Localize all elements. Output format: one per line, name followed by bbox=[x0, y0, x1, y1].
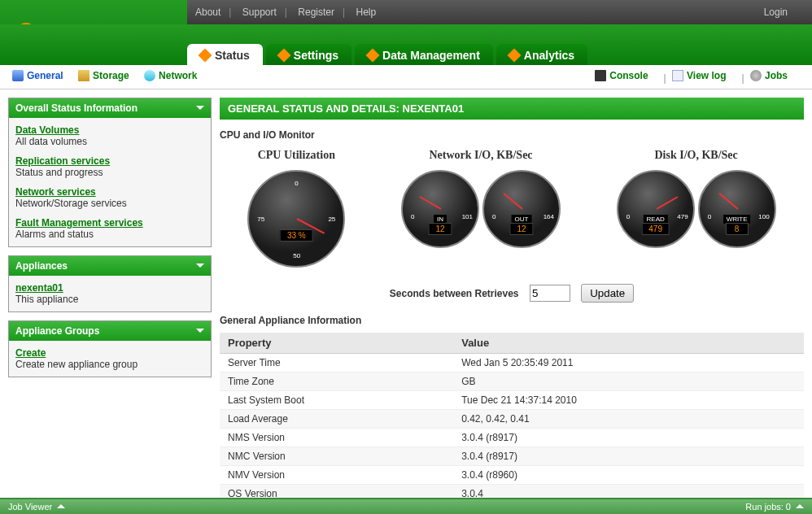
gauge-network-group: Network I/O, KB/Sec 0 101 IN 12 0 164 OU… bbox=[401, 149, 561, 268]
gauge-tick: 100 bbox=[758, 213, 769, 220]
link-data-volumes[interactable]: Data Volumes bbox=[15, 124, 204, 136]
topnav-login[interactable]: Login bbox=[756, 7, 796, 18]
console-icon bbox=[595, 70, 606, 81]
cell-property: NMV Version bbox=[220, 466, 453, 485]
gauge-needle bbox=[503, 193, 522, 210]
gauge-value: 12 bbox=[428, 223, 452, 235]
cell-value: GB bbox=[453, 372, 804, 391]
gauges: CPU Utilization 0 25 50 75 33 % Network … bbox=[220, 149, 804, 268]
subnav-label: General bbox=[27, 70, 63, 81]
cell-property: NMC Version bbox=[220, 447, 453, 466]
tab-label: Analytics bbox=[524, 49, 574, 62]
panel-body: CreateCreate new appliance group bbox=[9, 341, 211, 377]
panel-header[interactable]: Appliances bbox=[9, 256, 211, 276]
footer-bar: Job Viewer Run jobs: 0 bbox=[0, 498, 812, 512]
gauge-tick: 0 bbox=[708, 213, 711, 220]
subnav-jobs[interactable]: Jobs bbox=[750, 70, 788, 81]
gauge-tick: 0 bbox=[492, 213, 495, 220]
tab-status[interactable]: Status bbox=[187, 44, 263, 65]
triangle-up-icon[interactable] bbox=[57, 500, 65, 508]
tab-settings[interactable]: Settings bbox=[266, 44, 351, 65]
storage-icon bbox=[78, 70, 89, 81]
cell-value: 0.42, 0.42, 0.41 bbox=[453, 410, 804, 429]
panel-title: Appliance Groups bbox=[15, 325, 99, 337]
content: GENERAL STATUS AND DETAILS: NEXENTA01 CP… bbox=[220, 98, 804, 503]
subnav-viewlog[interactable]: View log bbox=[672, 70, 726, 81]
gauge-tick: 50 bbox=[293, 252, 300, 259]
diamond-icon bbox=[277, 49, 290, 63]
topnav-about[interactable]: About bbox=[187, 7, 229, 18]
topnav-register[interactable]: Register bbox=[290, 7, 343, 18]
chevron-down-icon bbox=[196, 264, 204, 272]
update-button[interactable]: Update bbox=[581, 284, 634, 303]
subnav-console[interactable]: Console bbox=[595, 70, 648, 81]
table-row: NMC Version3.0.4 (r8917) bbox=[220, 447, 804, 466]
gauge-disk-write: 0 100 WRITE 8 bbox=[698, 170, 776, 248]
gauge-value: 33 % bbox=[280, 229, 313, 242]
cell-value: 3.0.4 (r8960) bbox=[453, 466, 804, 485]
gear-icon bbox=[750, 70, 762, 81]
subnav-label: Network bbox=[159, 70, 197, 81]
subnav-label: View log bbox=[687, 70, 726, 81]
gauge-title: Network I/O, KB/Sec bbox=[401, 149, 561, 162]
job-viewer-label[interactable]: Job Viewer bbox=[8, 502, 52, 512]
link-desc: All data volumes bbox=[15, 136, 204, 147]
log-icon bbox=[672, 70, 683, 81]
network-icon bbox=[144, 70, 155, 81]
link-desc: Alarms and status bbox=[15, 229, 204, 240]
panel-header[interactable]: Overall Status Information bbox=[9, 98, 211, 118]
tab-analytics[interactable]: Analytics bbox=[496, 44, 587, 65]
diamond-icon bbox=[199, 49, 212, 63]
cell-property: Load Average bbox=[220, 410, 453, 429]
link-replication[interactable]: Replication services bbox=[15, 155, 204, 167]
gauge-net-in: 0 101 IN 12 bbox=[401, 170, 479, 248]
table-row: Load Average0.42, 0.42, 0.41 bbox=[220, 410, 804, 429]
retrieve-controls: Seconds between Retrieves Update bbox=[220, 284, 804, 303]
cell-value: 3.0.4 (r8917) bbox=[453, 447, 804, 466]
gauge-needle bbox=[420, 196, 442, 210]
topnav-support[interactable]: Support bbox=[234, 7, 285, 18]
sidebar: Overall Status Information Data VolumesA… bbox=[8, 98, 212, 386]
link-fault-management[interactable]: Fault Management services bbox=[15, 217, 204, 229]
tab-data-management[interactable]: Data Management bbox=[355, 44, 493, 65]
link-network-services[interactable]: Network services bbox=[15, 186, 204, 198]
subnav-label: Console bbox=[609, 70, 648, 81]
triangle-up-icon[interactable] bbox=[796, 500, 804, 508]
gauge-tick: 0 bbox=[411, 213, 414, 220]
panel-header[interactable]: Appliance Groups bbox=[9, 321, 211, 341]
topnav-help[interactable]: Help bbox=[347, 7, 384, 18]
link-desc: Network/Storage services bbox=[15, 198, 204, 209]
retrieve-label: Seconds between Retrieves bbox=[390, 288, 519, 299]
gauge-value: 12 bbox=[509, 223, 533, 235]
link-appliance[interactable]: nexenta01 bbox=[15, 282, 204, 294]
appliance-info-table: Property Value Server TimeWed Jan 5 20:3… bbox=[220, 333, 804, 503]
tab-label: Settings bbox=[294, 49, 338, 62]
gauge-cpu-group: CPU Utilization 0 25 50 75 33 % bbox=[247, 149, 345, 268]
subnav-network[interactable]: Network bbox=[144, 70, 197, 81]
subnav-general[interactable]: General bbox=[12, 70, 63, 81]
diamond-icon bbox=[507, 49, 521, 63]
link-create-group[interactable]: Create bbox=[15, 347, 204, 359]
monitor-title: CPU and I/O Monitor bbox=[220, 129, 804, 141]
cell-property: Last System Boot bbox=[220, 391, 453, 410]
cell-property: Server Time bbox=[220, 354, 453, 372]
col-value: Value bbox=[453, 333, 804, 354]
chevron-down-icon bbox=[196, 106, 204, 114]
retrieve-seconds-input[interactable] bbox=[530, 285, 570, 302]
gauge-disk-read: 0 479 READ 479 bbox=[617, 170, 695, 248]
subnav-label: Jobs bbox=[765, 70, 788, 81]
monitor-icon bbox=[12, 70, 24, 81]
subnav-label: Storage bbox=[93, 70, 129, 81]
col-property: Property bbox=[220, 333, 453, 354]
gauge-needle bbox=[718, 193, 738, 210]
link-desc: This appliance bbox=[15, 294, 204, 305]
content-title: GENERAL STATUS AND DETAILS: NEXENTA01 bbox=[220, 98, 804, 120]
subnav-storage[interactable]: Storage bbox=[78, 70, 129, 81]
cell-property: Time Zone bbox=[220, 372, 453, 391]
panel-body: Data VolumesAll data volumes Replication… bbox=[9, 118, 211, 246]
cell-value: Wed Jan 5 20:35:49 2011 bbox=[453, 354, 804, 372]
gauge-tick: 75 bbox=[257, 216, 264, 223]
link-desc: Status and progress bbox=[15, 167, 204, 178]
gauge-tick: 0 bbox=[626, 213, 630, 220]
tab-label: Status bbox=[215, 49, 250, 62]
